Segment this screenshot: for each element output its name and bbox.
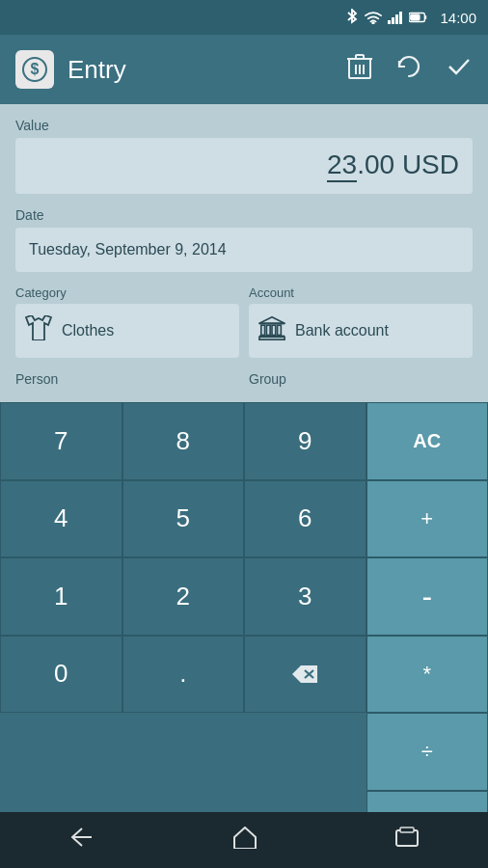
- keypad: 789AC456+123-0.*÷=: [0, 402, 488, 868]
- key-÷[interactable]: ÷: [366, 713, 489, 791]
- key-1[interactable]: 1: [0, 557, 122, 636]
- svg-marker-18: [259, 317, 285, 324]
- svg-rect-3: [395, 14, 398, 24]
- bank-svg: [258, 315, 285, 340]
- category-label: Category: [15, 285, 239, 300]
- account-column: Account Bank account: [249, 285, 473, 358]
- value-decimal: .00 USD: [357, 149, 459, 179]
- svg-text:$: $: [31, 61, 40, 77]
- key-0[interactable]: 0: [0, 636, 122, 714]
- svg-rect-25: [259, 337, 285, 339]
- date-field[interactable]: Tuesday, September 9, 2014: [15, 228, 473, 272]
- signal-icon: [388, 11, 403, 24]
- svg-rect-23: [278, 325, 282, 335]
- trash-icon: [347, 53, 372, 80]
- svg-marker-26: [292, 665, 317, 683]
- svg-rect-14: [356, 55, 364, 59]
- svg-rect-4: [399, 12, 402, 24]
- header-left: $ Entry: [15, 50, 126, 89]
- shirt-svg: [25, 315, 52, 340]
- key-AC[interactable]: AC: [366, 402, 489, 480]
- status-time: 14:00: [440, 10, 476, 26]
- account-field[interactable]: Bank account: [249, 304, 473, 358]
- date-value: Tuesday, September 9, 2014: [29, 241, 227, 258]
- value-field[interactable]: 23.00 USD: [15, 138, 473, 194]
- back-icon: [68, 827, 95, 848]
- nav-bar: [0, 812, 488, 868]
- svg-rect-7: [411, 14, 420, 19]
- recents-icon: [394, 827, 420, 848]
- key-5[interactable]: 5: [122, 480, 245, 558]
- key-7[interactable]: 7: [0, 402, 122, 480]
- app-icon: $: [15, 50, 54, 89]
- dollar-icon: $: [21, 56, 48, 83]
- category-field[interactable]: Clothes: [15, 304, 239, 358]
- confirm-button[interactable]: [446, 53, 473, 86]
- status-bar: 14:00: [0, 0, 488, 35]
- key-4[interactable]: 4: [0, 480, 122, 558]
- value-label: Value: [15, 118, 473, 133]
- date-label: Date: [15, 207, 473, 223]
- back-button[interactable]: [68, 827, 95, 854]
- svg-rect-2: [392, 17, 394, 24]
- person-label: Person: [15, 367, 239, 389]
- header-actions: [347, 53, 473, 86]
- category-column: Category Clothes: [15, 285, 239, 358]
- recents-button[interactable]: [394, 827, 420, 854]
- key-.[interactable]: .: [122, 636, 245, 714]
- key-+[interactable]: +: [366, 480, 489, 558]
- account-label: Account: [249, 285, 473, 300]
- key-⌫[interactable]: [244, 636, 366, 714]
- page-title: Entry: [68, 55, 126, 85]
- home-button[interactable]: [232, 826, 258, 854]
- svg-rect-32: [400, 827, 414, 832]
- value-display: 23.00 USD: [327, 149, 459, 179]
- account-value: Bank account: [295, 322, 389, 339]
- delete-button[interactable]: [347, 53, 372, 86]
- refresh-icon: [395, 53, 422, 80]
- check-icon: [446, 53, 473, 80]
- svg-point-0: [373, 22, 375, 24]
- status-icons: 14:00: [345, 9, 476, 26]
- key-*[interactable]: *: [366, 636, 489, 714]
- key-2[interactable]: 2: [122, 557, 245, 636]
- svg-marker-30: [234, 827, 256, 849]
- bluetooth-icon: [345, 9, 359, 26]
- person-group-row: Person Group: [15, 367, 473, 393]
- key-8[interactable]: 8: [122, 402, 245, 480]
- category-value: Clothes: [62, 322, 114, 339]
- main-content: Value 23.00 USD Date Tuesday, September …: [0, 104, 488, 402]
- clothes-icon: [25, 315, 52, 346]
- svg-rect-20: [261, 325, 265, 335]
- wifi-icon: [365, 11, 382, 24]
- key-3[interactable]: 3: [244, 557, 366, 636]
- svg-rect-21: [266, 325, 270, 335]
- home-icon: [232, 826, 258, 849]
- header: $ Entry: [0, 35, 488, 104]
- value-integer: 23: [327, 149, 357, 182]
- category-account-row: Category Clothes Account: [15, 285, 473, 358]
- svg-rect-22: [272, 325, 276, 335]
- bank-icon: [258, 315, 285, 346]
- key-9[interactable]: 9: [244, 402, 366, 480]
- battery-icon: [409, 12, 428, 23]
- group-label: Group: [249, 367, 473, 389]
- refresh-button[interactable]: [395, 53, 422, 86]
- svg-rect-1: [388, 20, 391, 24]
- key-6[interactable]: 6: [244, 480, 366, 558]
- key--[interactable]: -: [366, 557, 489, 636]
